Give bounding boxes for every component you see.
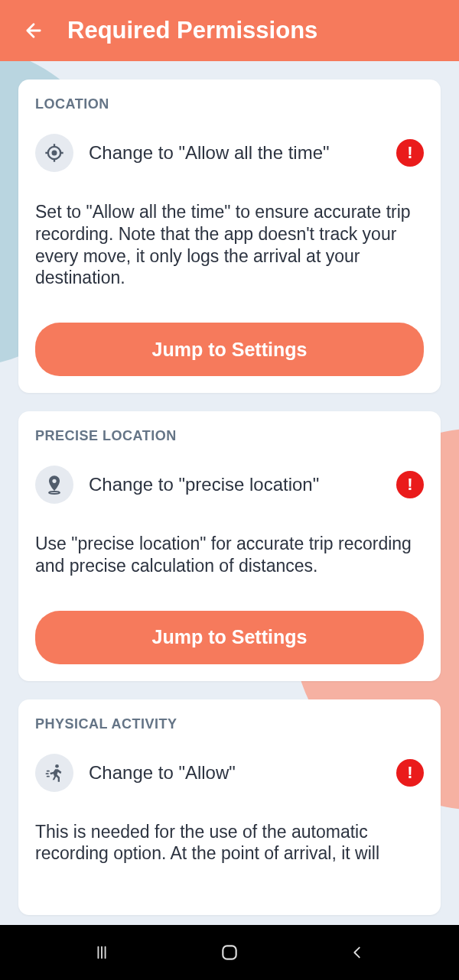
card-section-title: PHYSICAL ACTIVITY	[35, 716, 424, 732]
permission-card-location: LOCATION Change to "Allow all the time" …	[18, 80, 441, 393]
content-area: LOCATION Change to "Allow all the time" …	[0, 61, 459, 925]
svg-point-3	[49, 492, 60, 494]
svg-rect-5	[223, 946, 236, 959]
jump-to-settings-button[interactable]: Jump to Settings	[35, 611, 424, 664]
content-fade	[0, 904, 459, 925]
permission-description: Set to "Allow all the time" to ensure ac…	[35, 201, 424, 289]
permission-row-text: Change to "precise location"	[89, 474, 396, 495]
svg-point-1	[52, 151, 57, 156]
app-header: Required Permissions	[0, 0, 459, 61]
permission-card-physical-activity: PHYSICAL ACTIVITY Change to "Allow" ! Th…	[18, 699, 441, 916]
permission-row-text: Change to "Allow"	[89, 762, 396, 784]
running-icon	[44, 762, 65, 784]
permission-card-precise-location: PRECISE LOCATION Change to "precise loca…	[18, 411, 441, 681]
system-navbar	[0, 925, 459, 980]
back-button[interactable]	[18, 15, 49, 46]
home-button[interactable]	[214, 937, 245, 968]
alert-badge: !	[396, 139, 424, 167]
card-section-title: PRECISE LOCATION	[35, 428, 424, 444]
permission-row: Change to "Allow" !	[35, 754, 424, 792]
svg-point-4	[55, 764, 59, 767]
alert-badge: !	[396, 471, 424, 498]
permission-description: Use "precise location" for accurate trip…	[35, 533, 424, 577]
location-crosshair-icon	[44, 142, 65, 164]
recent-apps-icon	[93, 944, 110, 961]
pin-drop-icon	[44, 474, 65, 495]
exclamation-icon: !	[407, 763, 412, 783]
permission-icon-circle	[35, 754, 73, 792]
permission-row: Change to "precise location" !	[35, 466, 424, 504]
page-title: Required Permissions	[67, 17, 317, 44]
svg-point-2	[52, 479, 56, 483]
chevron-left-icon	[349, 944, 366, 961]
card-section-title: LOCATION	[35, 96, 424, 112]
permission-icon-circle	[35, 134, 73, 172]
permission-description: This is needed for the use of the automa…	[35, 821, 424, 865]
jump-to-settings-button[interactable]: Jump to Settings	[35, 323, 424, 376]
recent-apps-button[interactable]	[86, 937, 117, 968]
permission-row-text: Change to "Allow all the time"	[89, 142, 396, 164]
permission-icon-circle	[35, 466, 73, 504]
permission-row: Change to "Allow all the time" !	[35, 134, 424, 172]
arrow-left-icon	[23, 20, 44, 41]
system-back-button[interactable]	[342, 937, 373, 968]
exclamation-icon: !	[407, 475, 412, 495]
alert-badge: !	[396, 759, 424, 787]
home-icon	[220, 943, 239, 962]
exclamation-icon: !	[407, 143, 412, 163]
